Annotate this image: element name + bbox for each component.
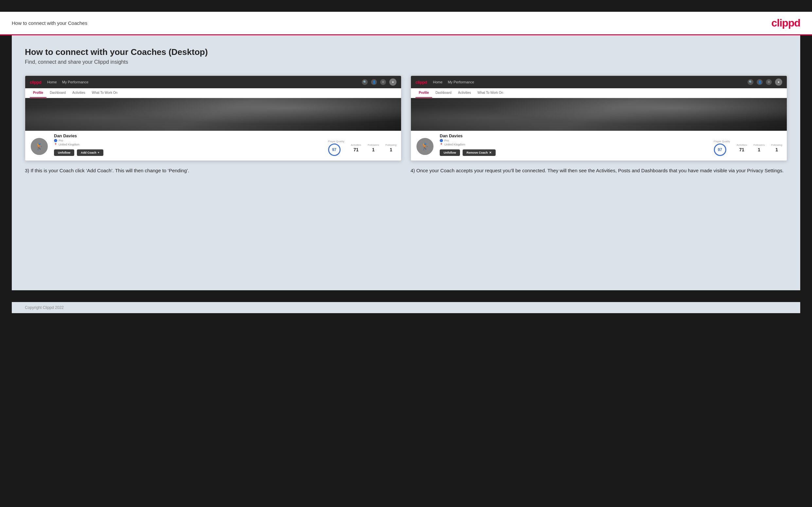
page-heading: How to connect with your Coaches (Deskto… bbox=[25, 47, 787, 57]
mock-stat-value-followers-left: 1 bbox=[368, 147, 379, 152]
user-details-right: Dan Davies Pro 📍 United Kingdom Unfollow… bbox=[440, 131, 709, 156]
verified-icon-right bbox=[440, 139, 443, 142]
remove-coach-button-right[interactable]: Remove Coach ✕ bbox=[463, 150, 496, 156]
mock-stat-label-followers-right: Followers bbox=[753, 144, 765, 147]
mock-stat-label-following-right: Following bbox=[771, 144, 782, 147]
mock-nav-home-right[interactable]: Home bbox=[433, 80, 442, 84]
mock-nav-left: clippd Home My Performance 🔍 👤 ⚙ ● bbox=[25, 76, 401, 88]
settings-icon-right[interactable]: ⚙ bbox=[766, 79, 772, 85]
username-left: Dan Davies bbox=[54, 133, 323, 138]
mock-stat-value-followers-right: 1 bbox=[753, 147, 765, 152]
mock-stat-value-following-right: 1 bbox=[771, 147, 782, 152]
search-icon-right[interactable]: 🔍 bbox=[748, 79, 753, 85]
user-location-left: 📍 United Kingdom bbox=[54, 143, 323, 146]
mock-stat-value-activities-right: 71 bbox=[737, 147, 747, 152]
mock-stat-label-quality-right: Player Quality bbox=[714, 140, 730, 143]
user-icon[interactable]: 👤 bbox=[371, 79, 377, 85]
mock-profile-hero-left bbox=[25, 98, 401, 131]
mock-quality-wrap-right: Player Quality 97 bbox=[714, 140, 730, 156]
quality-value-right: 97 bbox=[718, 148, 722, 152]
unfollow-button-left[interactable]: Unfollow bbox=[54, 150, 74, 156]
user-location-right: 📍 United Kingdom bbox=[440, 143, 709, 146]
mock-stats-left: Player Quality 97 Activities 71 Follower… bbox=[328, 137, 397, 156]
mock-nav-home-left[interactable]: Home bbox=[47, 80, 57, 84]
mock-buttons-left: Unfollow Add Coach + bbox=[54, 150, 323, 156]
add-coach-button-left[interactable]: Add Coach + bbox=[77, 150, 103, 156]
screenshot-col-right: clippd Home My Performance 🔍 👤 ⚙ ● Profi… bbox=[411, 75, 787, 174]
tab-what-to-work-on-right[interactable]: What To Work On bbox=[474, 88, 507, 98]
mock-stats-right: Player Quality 97 Activities 71 Follower… bbox=[714, 137, 782, 156]
mock-profile-hero-right bbox=[411, 98, 787, 131]
mock-hero-image-left bbox=[25, 98, 401, 131]
settings-icon[interactable]: ⚙ bbox=[380, 79, 386, 85]
verified-icon-left bbox=[54, 139, 57, 142]
mock-stat-label-quality-left: Player Quality bbox=[328, 140, 345, 143]
screenshot-col-left: clippd Home My Performance 🔍 👤 ⚙ ● Profi… bbox=[25, 75, 401, 174]
clippd-logo: clippd bbox=[771, 17, 800, 29]
location-icon-left: 📍 bbox=[54, 143, 57, 146]
quality-value-left: 97 bbox=[332, 148, 336, 152]
avatar-icon[interactable]: ● bbox=[389, 78, 397, 86]
avatar-figure-right: 🏌 bbox=[421, 143, 429, 150]
mock-stat-followers-right: Followers 1 bbox=[753, 144, 765, 152]
mock-stat-followers-left: Followers 1 bbox=[368, 144, 379, 152]
user-meta-left: Pro bbox=[54, 139, 323, 142]
mock-browser-right: clippd Home My Performance 🔍 👤 ⚙ ● Profi… bbox=[411, 75, 787, 161]
username-right: Dan Davies bbox=[440, 133, 709, 138]
user-details-left: Dan Davies Pro 📍 United Kingdom Unfollow… bbox=[54, 131, 323, 156]
avatar-left: 🏌 bbox=[30, 137, 49, 156]
user-icon-right[interactable]: 👤 bbox=[757, 79, 763, 85]
tab-activities-left[interactable]: Activities bbox=[69, 88, 88, 98]
mock-nav-icons-right: 🔍 👤 ⚙ ● bbox=[748, 78, 782, 86]
main-content: How to connect with your Coaches (Deskto… bbox=[12, 35, 800, 290]
user-role-right: Pro bbox=[444, 139, 449, 142]
mock-tabs-left: Profile Dashboard Activities What To Wor… bbox=[25, 88, 401, 98]
mock-stat-value-activities-left: 71 bbox=[351, 147, 361, 152]
mock-stat-activities-left: Activities 71 bbox=[351, 144, 361, 152]
mock-stat-label-activities-left: Activities bbox=[351, 144, 361, 147]
unfollow-button-right[interactable]: Unfollow bbox=[440, 150, 460, 156]
mock-nav-performance-right[interactable]: My Performance bbox=[448, 80, 474, 84]
mock-hero-image-right bbox=[411, 98, 787, 131]
page-subheading: Find, connect and share your Clippd insi… bbox=[25, 59, 787, 65]
plus-icon-left: + bbox=[98, 151, 99, 154]
location-text-left: United Kingdom bbox=[59, 143, 80, 146]
mock-quality-circle-left: 97 bbox=[328, 144, 341, 156]
avatar-figure-left: 🏌 bbox=[35, 143, 44, 150]
mock-logo-left: clippd bbox=[30, 80, 41, 84]
footer: Copyright Clippd 2022 bbox=[12, 302, 800, 313]
header-title: How to connect with your Coaches bbox=[12, 20, 87, 26]
mock-buttons-right: Unfollow Remove Coach ✕ bbox=[440, 150, 709, 156]
mock-stat-following-left: Following 1 bbox=[386, 144, 397, 152]
caption-right: 4) Once your Coach accepts your request … bbox=[411, 167, 787, 174]
mock-stat-following-right: Following 1 bbox=[771, 144, 782, 152]
mock-stat-activities-right: Activities 71 bbox=[737, 144, 747, 152]
caption-left: 3) If this is your Coach click ‘Add Coac… bbox=[25, 167, 401, 174]
mock-stat-label-activities-right: Activities bbox=[737, 144, 747, 147]
search-icon[interactable]: 🔍 bbox=[362, 79, 368, 85]
mock-nav-performance-left[interactable]: My Performance bbox=[62, 80, 89, 84]
user-role-left: Pro bbox=[59, 139, 63, 142]
tab-what-to-work-on-left[interactable]: What To Work On bbox=[89, 88, 121, 98]
mock-profile-info-right: 🏌 Dan Davies Pro 📍 United Kingdom bbox=[411, 131, 787, 161]
location-text-right: United Kingdom bbox=[444, 143, 465, 146]
tab-dashboard-right[interactable]: Dashboard bbox=[432, 88, 455, 98]
mock-nav-links-left: Home My Performance bbox=[47, 80, 356, 84]
tab-activities-right[interactable]: Activities bbox=[455, 88, 474, 98]
mock-profile-info-left: 🏌 Dan Davies Pro 📍 United Kingdom bbox=[25, 131, 401, 161]
footer-text: Copyright Clippd 2022 bbox=[25, 305, 64, 310]
mock-logo-right: clippd bbox=[415, 80, 427, 84]
tab-dashboard-left[interactable]: Dashboard bbox=[46, 88, 69, 98]
tab-profile-right[interactable]: Profile bbox=[415, 88, 432, 98]
mock-quality-circle-right: 97 bbox=[714, 144, 726, 156]
tab-profile-left[interactable]: Profile bbox=[30, 88, 46, 98]
mock-nav-icons-left: 🔍 👤 ⚙ ● bbox=[362, 78, 397, 86]
mock-stat-value-following-left: 1 bbox=[386, 147, 397, 152]
mock-nav-right: clippd Home My Performance 🔍 👤 ⚙ ● bbox=[411, 76, 787, 88]
mock-browser-left: clippd Home My Performance 🔍 👤 ⚙ ● Profi… bbox=[25, 75, 401, 161]
avatar-icon-right[interactable]: ● bbox=[775, 78, 782, 86]
screenshots-row: clippd Home My Performance 🔍 👤 ⚙ ● Profi… bbox=[25, 75, 787, 174]
mock-stat-label-followers-left: Followers bbox=[368, 144, 379, 147]
location-icon-right: 📍 bbox=[440, 143, 443, 146]
mock-quality-wrap-left: Player Quality 97 bbox=[328, 140, 345, 156]
